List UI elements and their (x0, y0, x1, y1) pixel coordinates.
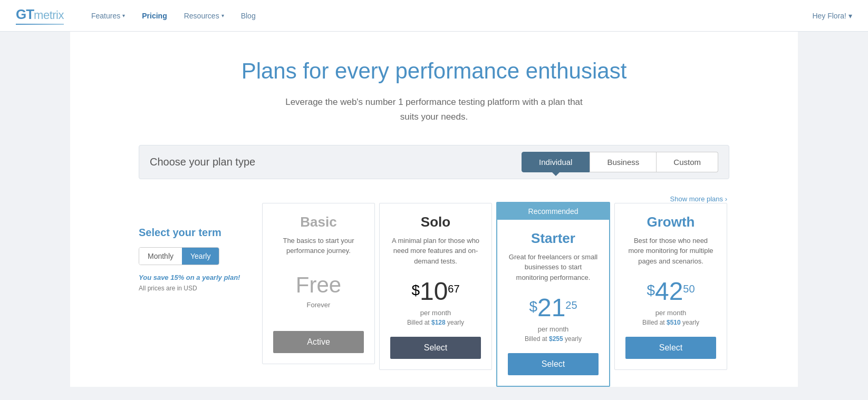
price-billed-starter: Billed at $255 yearly (508, 335, 599, 343)
plan-type-business[interactable]: Business (590, 152, 657, 172)
plans-area: Show more plans › Basic The basics to st… (260, 195, 729, 387)
billed-amount-starter: $255 (549, 335, 563, 343)
plan-card-growth-body: Growth Best for those who need more moni… (615, 203, 727, 370)
logo[interactable]: GTmetrix (16, 6, 64, 25)
plan-type-bar: Choose your plan type Individual Busines… (139, 145, 729, 179)
price-billed-growth: Billed at $510 yearly (625, 319, 716, 326)
nav-pricing[interactable]: Pricing (136, 8, 173, 23)
price-amount-basic: Free (296, 272, 341, 297)
plan-card-solo: Solo A minimal plan for those who need m… (379, 203, 492, 370)
plan-name-starter: Starter (508, 230, 599, 247)
price-period-solo: per month (390, 309, 481, 317)
show-more-link[interactable]: Show more plans › (670, 195, 727, 203)
logo-underline (16, 24, 64, 25)
select-solo-btn[interactable]: Select (390, 337, 481, 359)
price-period-starter: per month (508, 325, 599, 333)
nav-links: Features ▾ Pricing Resources ▾ Blog (85, 8, 812, 23)
plan-card-starter-body: Starter Great for freelancers or small b… (497, 220, 609, 386)
sidebar-title: Select your term (139, 227, 249, 239)
currency-text: All prices are in USD (139, 285, 249, 292)
price-period-growth: per month (625, 309, 716, 317)
price-billed-basic (273, 311, 364, 320)
billed-amount-growth: $510 (667, 319, 681, 326)
hero-title: Plans for every performance enthusiast (139, 58, 729, 84)
price-billed-solo: Billed at $128 yearly (390, 319, 481, 326)
price-cents-solo: 67 (448, 283, 459, 295)
plan-desc-starter: Great for freelancers or small businesse… (508, 252, 599, 283)
plan-price-basic: Free (273, 272, 364, 298)
plan-card-basic-body: Basic The basics to start your performan… (263, 203, 374, 364)
nav-blog[interactable]: Blog (235, 8, 262, 23)
plan-type-custom[interactable]: Custom (657, 152, 718, 172)
price-sup-starter: $ (529, 298, 537, 315)
plan-desc-basic: The basics to start your performance jou… (273, 236, 364, 262)
chevron-down-icon: ▾ (221, 13, 224, 18)
term-yearly[interactable]: Yearly (182, 248, 219, 265)
select-growth-btn[interactable]: Select (625, 337, 716, 359)
plan-name-growth: Growth (625, 214, 716, 230)
plan-desc-growth: Best for those who need more monitoring … (625, 236, 716, 267)
price-sup-solo: $ (411, 282, 420, 299)
pricing-sidebar: Select your term Monthly Yearly You save… (139, 195, 260, 292)
plan-name-basic: Basic (273, 214, 364, 230)
plan-cards-row: Basic The basics to start your performan… (260, 203, 729, 387)
price-period-basic: Forever (273, 301, 364, 309)
plan-type-individual[interactable]: Individual (522, 152, 590, 172)
recommended-badge: Recommended (497, 203, 609, 220)
plan-price-solo: $1067 (390, 277, 481, 306)
plan-card-starter: Recommended Starter Great for freelancer… (496, 202, 610, 387)
plan-price-growth: $4250 (625, 277, 716, 306)
nav-resources[interactable]: Resources ▾ (178, 8, 230, 23)
plan-card-basic: Basic The basics to start your performan… (262, 203, 375, 364)
term-monthly[interactable]: Monthly (139, 248, 182, 265)
savings-text: You save 15% on a yearly plan! (139, 274, 249, 281)
hero-section: Plans for every performance enthusiast L… (139, 58, 729, 145)
select-starter-btn[interactable]: Select (508, 353, 599, 375)
plan-price-starter: $2125 (508, 293, 599, 322)
chevron-down-icon: ▾ (848, 12, 852, 20)
nav-features[interactable]: Features ▾ (85, 8, 131, 23)
plan-type-buttons: Individual Business Custom (522, 152, 718, 172)
plan-desc-solo: A minimal plan for those who need more f… (390, 236, 481, 267)
term-toggle: Monthly Yearly (139, 247, 219, 265)
plan-card-solo-body: Solo A minimal plan for those who need m… (380, 203, 491, 370)
pricing-section: Select your term Monthly Yearly You save… (139, 195, 729, 387)
price-cents-growth: 50 (683, 283, 695, 295)
price-whole-solo: 10 (420, 277, 448, 305)
user-menu[interactable]: Hey Flora! ▾ (812, 12, 852, 20)
price-whole-starter: 21 (537, 294, 565, 321)
plan-name-solo: Solo (390, 214, 481, 230)
price-sup-growth: $ (647, 282, 655, 299)
billed-amount-solo: $128 (431, 319, 446, 326)
logo-gt: GT (16, 6, 34, 22)
chevron-down-icon: ▾ (122, 13, 125, 18)
logo-metrix: metrix (34, 8, 64, 22)
price-whole-growth: 42 (655, 277, 683, 305)
plan-type-label: Choose your plan type (150, 156, 522, 168)
select-basic-btn[interactable]: Active (273, 331, 364, 353)
hero-subtitle: Leverage the web's number 1 performance … (276, 95, 592, 123)
price-cents-starter: 25 (565, 299, 577, 311)
navbar: GTmetrix Features ▾ Pricing Resources ▾ … (0, 0, 868, 32)
plans-top-bar: Show more plans › (260, 195, 729, 203)
plan-card-growth: Growth Best for those who need more moni… (614, 203, 727, 370)
